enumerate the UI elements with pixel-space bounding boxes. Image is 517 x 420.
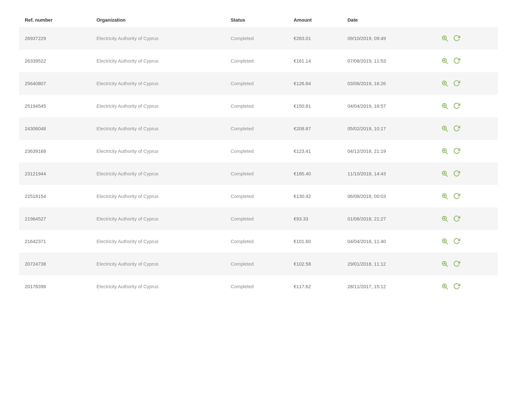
cell-organization: Electricity Authority of Cyprus bbox=[91, 117, 225, 140]
refresh-icon bbox=[453, 283, 460, 290]
cell-date: 11/10/2018, 14:43 bbox=[342, 162, 433, 185]
search-button[interactable] bbox=[439, 192, 450, 200]
table-row: 26937229Electricity Authority of CyprusC… bbox=[19, 27, 498, 50]
search-button[interactable] bbox=[439, 169, 450, 178]
refresh-button[interactable] bbox=[451, 147, 462, 155]
cell-organization: Electricity Authority of Cyprus bbox=[91, 27, 225, 50]
cell-amount: €161.14 bbox=[288, 50, 342, 72]
cell-ref-number: 23121944 bbox=[19, 162, 91, 185]
search-button[interactable] bbox=[439, 34, 450, 42]
cell-amount: €123.41 bbox=[288, 140, 342, 162]
refresh-button[interactable] bbox=[451, 192, 462, 200]
cell-status: Completed bbox=[225, 27, 288, 50]
svg-line-1 bbox=[446, 39, 447, 41]
search-button[interactable] bbox=[439, 147, 450, 155]
cell-amount: €150.81 bbox=[288, 95, 342, 117]
refresh-button[interactable] bbox=[451, 214, 462, 223]
refresh-button[interactable] bbox=[451, 102, 462, 110]
table-row: 20178398Electricity Authority of CyprusC… bbox=[19, 275, 498, 298]
table-row: 21964527Electricity Authority of CyprusC… bbox=[19, 207, 498, 230]
cell-ref-number: 21964527 bbox=[19, 207, 91, 230]
cell-actions bbox=[433, 253, 498, 275]
svg-line-25 bbox=[446, 175, 447, 176]
table-row: 23121944Electricity Authority of CyprusC… bbox=[19, 162, 498, 185]
cell-date: 09/10/2019, 09:49 bbox=[342, 27, 433, 50]
cell-status: Completed bbox=[225, 72, 288, 95]
refresh-icon bbox=[453, 147, 460, 154]
refresh-button[interactable] bbox=[451, 34, 462, 42]
refresh-button[interactable] bbox=[451, 169, 462, 178]
cell-status: Completed bbox=[225, 230, 288, 253]
search-icon bbox=[441, 238, 448, 245]
cell-organization: Electricity Authority of Cyprus bbox=[91, 140, 225, 162]
svg-line-21 bbox=[446, 152, 447, 154]
search-button[interactable] bbox=[439, 57, 450, 65]
cell-ref-number: 20178398 bbox=[19, 275, 91, 298]
cell-actions bbox=[433, 207, 498, 230]
svg-line-45 bbox=[446, 288, 447, 289]
search-button[interactable] bbox=[439, 282, 450, 290]
table-row: 25194545Electricity Authority of CyprusC… bbox=[19, 95, 498, 117]
search-icon bbox=[441, 193, 448, 200]
cell-date: 01/06/2018, 21:27 bbox=[342, 207, 433, 230]
cell-date: 07/08/2019, 11:53 bbox=[342, 50, 433, 72]
search-button[interactable] bbox=[439, 79, 450, 87]
search-button[interactable] bbox=[439, 214, 450, 223]
cell-amount: €93.33 bbox=[288, 207, 342, 230]
cell-status: Completed bbox=[225, 185, 288, 207]
table-row: 24306048Electricity Authority of CyprusC… bbox=[19, 117, 498, 140]
search-icon bbox=[441, 102, 448, 109]
refresh-icon bbox=[453, 125, 460, 132]
search-icon bbox=[441, 260, 448, 267]
search-button[interactable] bbox=[439, 237, 450, 245]
refresh-icon bbox=[453, 260, 460, 267]
search-button[interactable] bbox=[439, 102, 450, 110]
search-icon bbox=[441, 35, 448, 42]
cell-organization: Electricity Authority of Cyprus bbox=[91, 95, 225, 117]
svg-line-9 bbox=[446, 85, 447, 86]
refresh-icon bbox=[453, 57, 460, 64]
refresh-icon bbox=[453, 215, 460, 222]
cell-actions bbox=[433, 185, 498, 207]
cell-organization: Electricity Authority of Cyprus bbox=[91, 50, 225, 72]
cell-organization: Electricity Authority of Cyprus bbox=[91, 253, 225, 275]
table-row: 26339522Electricity Authority of CyprusC… bbox=[19, 50, 498, 72]
refresh-button[interactable] bbox=[451, 260, 462, 268]
transactions-table: Ref. number Organization Status Amount D… bbox=[19, 13, 498, 298]
cell-date: 06/08/2018, 00:03 bbox=[342, 185, 433, 207]
cell-status: Completed bbox=[225, 162, 288, 185]
cell-date: 05/02/2019, 10:17 bbox=[342, 117, 433, 140]
cell-actions bbox=[433, 162, 498, 185]
svg-line-41 bbox=[446, 265, 447, 267]
search-button[interactable] bbox=[439, 124, 450, 132]
table-header-row: Ref. number Organization Status Amount D… bbox=[19, 13, 498, 27]
cell-amount: €130.42 bbox=[288, 185, 342, 207]
refresh-button[interactable] bbox=[451, 79, 462, 87]
cell-date: 04/12/2018, 21:19 bbox=[342, 140, 433, 162]
cell-actions bbox=[433, 50, 498, 72]
cell-actions bbox=[433, 27, 498, 50]
refresh-button[interactable] bbox=[451, 124, 462, 132]
cell-actions bbox=[433, 230, 498, 253]
cell-actions bbox=[433, 95, 498, 117]
cell-organization: Electricity Authority of Cyprus bbox=[91, 230, 225, 253]
cell-amount: €117.62 bbox=[288, 275, 342, 298]
cell-ref-number: 25194545 bbox=[19, 95, 91, 117]
cell-organization: Electricity Authority of Cyprus bbox=[91, 275, 225, 298]
search-icon bbox=[441, 125, 448, 132]
cell-ref-number: 25640807 bbox=[19, 72, 91, 95]
cell-status: Completed bbox=[225, 275, 288, 298]
refresh-button[interactable] bbox=[451, 282, 462, 290]
cell-amount: €101.60 bbox=[288, 230, 342, 253]
cell-amount: €185.40 bbox=[288, 162, 342, 185]
header-actions bbox=[433, 13, 498, 27]
refresh-icon bbox=[453, 170, 460, 177]
table-container: Ref. number Organization Status Amount D… bbox=[0, 0, 517, 420]
refresh-button[interactable] bbox=[451, 237, 462, 245]
header-amount: Amount bbox=[288, 13, 342, 27]
table-row: 23639168Electricity Authority of CyprusC… bbox=[19, 140, 498, 162]
refresh-button[interactable] bbox=[451, 57, 462, 65]
search-icon bbox=[441, 80, 448, 87]
cell-ref-number: 26339522 bbox=[19, 50, 91, 72]
search-button[interactable] bbox=[439, 260, 450, 268]
